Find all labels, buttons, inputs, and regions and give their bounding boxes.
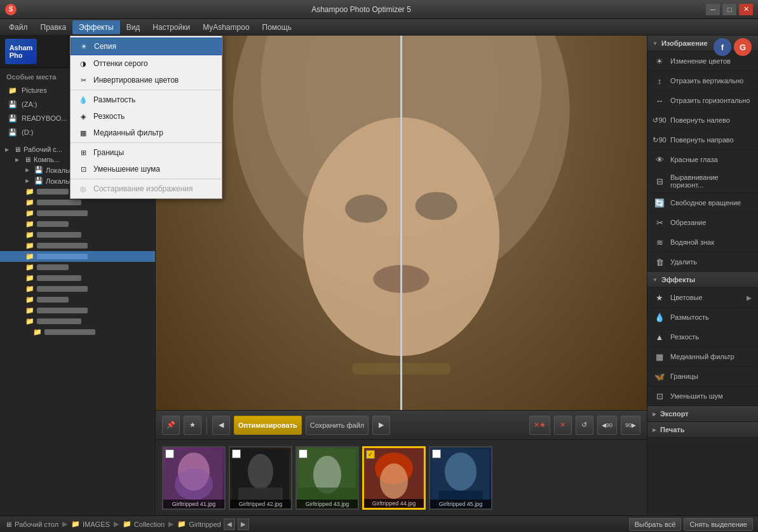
drive-d-icon: 💾 — [8, 127, 18, 137]
svg-point-12 — [345, 194, 387, 222]
rp-blur-effect[interactable]: 💧 Размытость — [647, 308, 758, 327]
tree-item-folder-7[interactable]: 📁 — [0, 251, 155, 262]
red-eye-icon: 👁 — [654, 154, 665, 165]
section-header-export[interactable]: ▶ Экспорт — [647, 406, 758, 422]
delete-button[interactable]: ✕★ — [529, 416, 550, 435]
effects-menu-aging[interactable]: ◎ Состаривание изображения — [71, 181, 222, 197]
tree-item-folder-12[interactable]: 📁 — [0, 305, 155, 316]
rp-align-horiz[interactable]: ⊟ Выравнивание горизонт... — [647, 170, 758, 193]
menu-view[interactable]: Вид — [120, 20, 147, 34]
effects-menu-grayscale[interactable]: ◑ Оттенки серого — [71, 55, 222, 72]
tree-item-folder-11[interactable]: 📁 — [0, 294, 155, 305]
thumbnail-1[interactable]: Girltripped 41.jpg — [162, 446, 226, 510]
flip-h-icon: ↔ — [654, 95, 665, 106]
rp-rotate-left[interactable]: ↺90 Повернуть налево — [647, 111, 758, 130]
breadcrumb-back-arrow[interactable]: ◀ — [224, 519, 235, 530]
computer-icon: 🖥 — [24, 156, 31, 163]
save-file-button[interactable]: Сохранить файл — [306, 416, 369, 435]
undo-button[interactable]: ↺ — [576, 416, 593, 435]
images-folder-icon: 📁 — [71, 520, 80, 528]
status-bar: 🖥 Рабочий стол ▶ 📁 IMAGES ▶ 📁 Collection… — [0, 515, 758, 532]
thumb-checkbox-1[interactable] — [165, 449, 174, 458]
select-all-button[interactable]: Выбрать всё — [629, 518, 682, 531]
section-header-effects[interactable]: ▼ Эффекты — [647, 272, 758, 288]
menu-edit[interactable]: Правка — [34, 20, 73, 34]
section-arrow-effects: ▼ — [653, 277, 658, 283]
tree-item-folder-4[interactable]: 📁 — [0, 219, 155, 229]
thumb-checkbox-5[interactable] — [432, 449, 441, 458]
tree-arrow-icon-c: ▶ — [25, 167, 32, 173]
breadcrumb-forward-arrow[interactable]: ▶ — [238, 519, 249, 530]
tree-item-folder-10[interactable]: 📁 — [0, 283, 155, 294]
thumbnail-5[interactable]: Girltripped 45.jpg — [429, 446, 492, 510]
effects-menu-borders[interactable]: ⊞ Границы — [71, 144, 222, 161]
rotate-right-icon: ↻90 — [654, 134, 665, 146]
folder-icon: 📁 — [25, 285, 34, 293]
rp-rotate-right[interactable]: ↻90 Повернуть направо — [647, 130, 758, 150]
rp-color-effects[interactable]: ★ Цветовые ▶ — [647, 288, 758, 308]
rp-free-rotate[interactable]: 🔄 Свободное вращение — [647, 193, 758, 213]
thumb-checkbox-4[interactable]: ✓ — [366, 450, 375, 459]
google-button[interactable]: G — [734, 38, 752, 56]
svg-point-18 — [175, 468, 213, 500]
thumbnail-2[interactable]: Girltripped 42.jpg — [229, 446, 292, 510]
section-header-print[interactable]: ▶ Печать — [647, 422, 758, 438]
rp-watermark[interactable]: ≋ Водяной знак — [647, 233, 758, 252]
rp-median-effect[interactable]: ▦ Медианный фильтр — [647, 347, 758, 367]
folder-icon: 📁 — [25, 296, 34, 304]
maximize-button[interactable]: □ — [722, 4, 736, 15]
thumbnail-4[interactable]: ✓ Girltripped 44.jpg — [362, 446, 426, 510]
rp-crop[interactable]: ✂ Обрезание — [647, 213, 758, 233]
thumb-label-3: Girltripped 43.jpg — [297, 500, 358, 508]
optimize-button[interactable]: Оптимизировать — [234, 416, 302, 435]
menu-file[interactable]: Файл — [3, 20, 34, 34]
tree-item-folder-14[interactable]: 📁 — [0, 327, 155, 338]
tree-item-folder-8[interactable]: 📁 — [0, 262, 155, 273]
tree-item-folder-9[interactable]: 📁 — [0, 273, 155, 283]
rotate-left-button[interactable]: ◀90 — [597, 416, 617, 435]
effects-menu-sepia[interactable]: ☀ Сепия — [71, 38, 222, 55]
folder-icon: 📁 — [25, 198, 34, 207]
prev-image-button[interactable]: ◀ — [212, 416, 230, 435]
rp-flip-horizontal[interactable]: ↔ Отразить горизонтально — [647, 91, 758, 111]
tree-item-folder-3[interactable]: 📁 — [0, 208, 155, 219]
rp-red-eye[interactable]: 👁 Красные глаза — [647, 150, 758, 170]
color-change-icon: ☀ — [654, 55, 665, 67]
minimize-button[interactable]: ─ — [706, 4, 720, 15]
invert-icon: ✂ — [78, 75, 88, 85]
rp-denoise-effect[interactable]: ⊡ Уменьшить шум — [647, 386, 758, 406]
menu-settings[interactable]: Настройки — [146, 20, 196, 34]
tree-item-folder-6[interactable]: 📁 — [0, 240, 155, 251]
pin-button[interactable]: 📌 — [162, 416, 180, 435]
rp-delete[interactable]: 🗑 Удалить — [647, 252, 758, 272]
rotate-right-button[interactable]: 90▶ — [621, 416, 640, 435]
effects-menu-invert[interactable]: ✂ Инвертирование цветов — [71, 72, 222, 88]
folder-icon: 📁 — [25, 242, 34, 250]
menu-myashampoo[interactable]: MyAshampoo — [196, 20, 255, 34]
deselect-button[interactable]: Снять выделение — [684, 518, 753, 531]
menu-effects[interactable]: Эффекты — [72, 20, 120, 34]
effects-menu-median[interactable]: ▦ Медианный фильтр — [71, 125, 222, 141]
tree-item-folder-13[interactable]: 📁 — [0, 316, 155, 327]
favorite-button[interactable]: ★ — [184, 416, 201, 435]
folder-icon: 📁 — [25, 209, 34, 217]
rp-borders-effect[interactable]: 🦋 Границы — [647, 367, 758, 386]
effects-menu-blur[interactable]: 💧 Размытость — [71, 92, 222, 108]
thumb-checkbox-3[interactable] — [299, 449, 308, 458]
tree-item-folder-5[interactable]: 📁 — [0, 229, 155, 240]
close-button[interactable]: ✕ — [739, 4, 753, 15]
rp-sharpness-effect[interactable]: ▲ Резкость — [647, 327, 758, 347]
effects-menu-denoise[interactable]: ⊡ Уменьшение шума — [71, 161, 222, 177]
next-image-button[interactable]: ▶ — [372, 416, 390, 435]
free-rotate-icon: 🔄 — [654, 197, 665, 208]
app-logo: AshamPho — [5, 39, 37, 64]
thumb-checkbox-2[interactable] — [232, 449, 241, 458]
split-divider[interactable] — [400, 36, 402, 410]
menu-help[interactable]: Помощь — [256, 20, 298, 34]
thumbnail-3[interactable]: Girltripped 43.jpg — [295, 446, 359, 510]
remove-button[interactable]: ✕ — [554, 416, 572, 435]
effects-menu-sharpness[interactable]: ◈ Резкость — [71, 108, 222, 125]
blur-effect-icon: 💧 — [654, 311, 665, 323]
rp-flip-vertical[interactable]: ↕ Отразить вертикально — [647, 71, 758, 91]
facebook-button[interactable]: f — [714, 38, 731, 56]
